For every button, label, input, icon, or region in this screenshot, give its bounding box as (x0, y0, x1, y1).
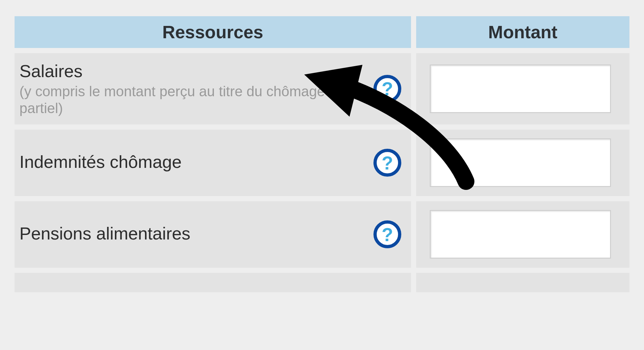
resource-cell-salaires: Salaires (y compris le montant perçu au … (15, 53, 411, 124)
header-resources: Ressources (15, 16, 411, 48)
amount-cell (416, 201, 629, 268)
resource-label: Indemnités chômage (19, 152, 182, 172)
amount-input-salaires[interactable] (430, 64, 611, 113)
resource-cell-indemnites: Indemnités chômage ? (15, 130, 411, 196)
resource-cell-empty (15, 273, 411, 292)
amount-cell (416, 53, 629, 124)
amount-input-pensions[interactable] (430, 210, 611, 259)
amount-cell-empty (416, 273, 629, 292)
table-row: Pensions alimentaires ? (15, 201, 629, 268)
help-icon[interactable]: ? (373, 220, 401, 248)
resource-sublabel: (y compris le montant perçu au titre du … (19, 83, 346, 117)
resource-label: Pensions alimentaires (19, 223, 190, 243)
table-row: Indemnités chômage ? (15, 130, 629, 196)
table-header-row: Ressources Montant (15, 16, 629, 48)
resource-label: Salaires (19, 61, 346, 81)
resources-table: Ressources Montant Salaires (y compris l… (0, 0, 644, 292)
table-row: Salaires (y compris le montant perçu au … (15, 53, 629, 124)
amount-input-indemnites[interactable] (430, 138, 611, 187)
help-icon[interactable]: ? (373, 149, 401, 177)
help-icon[interactable]: ? (373, 75, 401, 103)
amount-cell (416, 130, 629, 196)
header-amount: Montant (416, 16, 629, 48)
table-row (15, 273, 629, 292)
resource-cell-pensions: Pensions alimentaires ? (15, 201, 411, 268)
